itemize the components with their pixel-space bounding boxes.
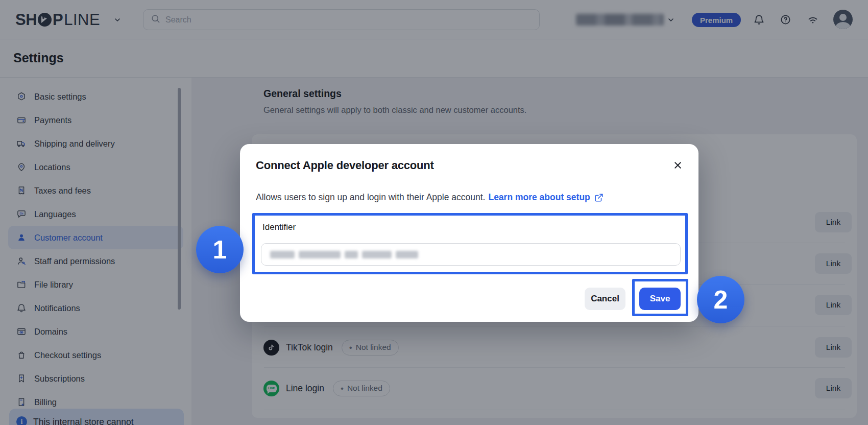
close-icon[interactable] <box>670 157 685 173</box>
identifier-input[interactable] <box>261 244 680 265</box>
modal-title: Connect Apple developer account <box>256 159 434 172</box>
save-button[interactable]: Save <box>639 288 681 310</box>
connect-apple-developer-modal: Connect Apple developer account Allows u… <box>240 144 698 322</box>
modal-description-row: Allows users to sign up and login with t… <box>256 192 604 203</box>
modal-description: Allows users to sign up and login with t… <box>256 192 485 203</box>
cancel-button[interactable]: Cancel <box>585 288 625 310</box>
external-link-icon[interactable] <box>594 193 604 202</box>
shopline-settings-page: SH P LINE Premium <box>0 0 868 425</box>
identifier-label: Identifier <box>262 222 296 232</box>
identifier-input-wrap <box>261 243 681 266</box>
learn-more-link[interactable]: Learn more about setup <box>488 192 590 203</box>
